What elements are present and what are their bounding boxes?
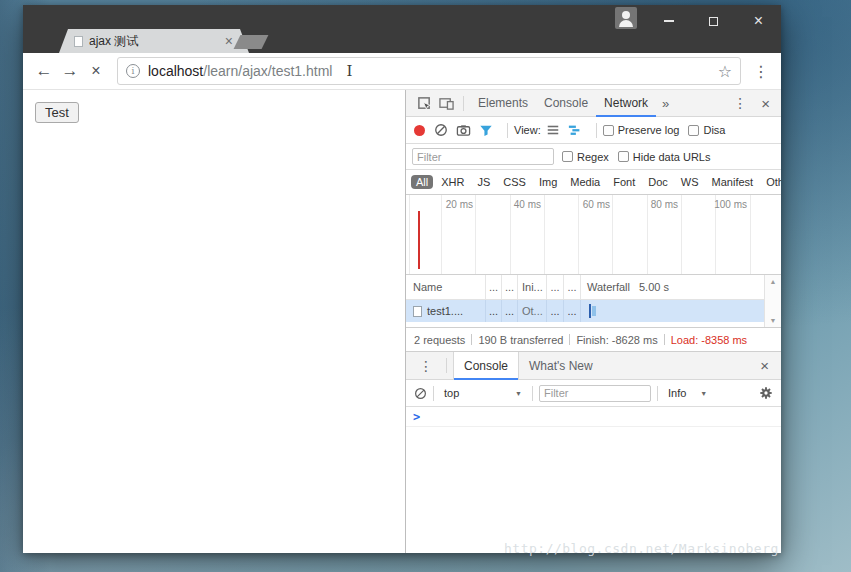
- drawer-tab-console[interactable]: Console: [453, 352, 519, 380]
- checkbox-icon: [562, 151, 573, 162]
- column-collapsed[interactable]: ...: [502, 275, 518, 299]
- column-name[interactable]: Name: [406, 275, 486, 299]
- network-filter-bar: Regex Hide data URLs: [406, 144, 781, 170]
- resource-type-filters: All XHR JS CSS Img Media Font Doc WS Man…: [406, 170, 781, 195]
- chevron-down-icon: ▼: [700, 390, 707, 397]
- tab-console[interactable]: Console: [536, 90, 596, 117]
- column-waterfall[interactable]: Waterfall 5.00 s: [581, 275, 764, 299]
- checkbox-icon: [688, 125, 699, 136]
- column-collapsed[interactable]: ...: [486, 275, 502, 299]
- requests-table-header[interactable]: Name ... ... Ini... ... ... Waterfall 5.…: [406, 275, 781, 300]
- divider: [657, 386, 658, 401]
- filter-css[interactable]: CSS: [498, 175, 531, 189]
- browser-tab[interactable]: ajax 测试 ×: [59, 29, 249, 53]
- stop-button[interactable]: ×: [83, 62, 109, 80]
- address-bar[interactable]: i localhost/learn/ajax/test1.html I ☆: [117, 57, 741, 85]
- request-name-cell[interactable]: test1....: [406, 300, 486, 322]
- overview-view-icon[interactable]: [568, 123, 582, 137]
- request-cell[interactable]: ...: [486, 300, 502, 322]
- window-controls: ×: [646, 5, 781, 37]
- drawer-menu-icon[interactable]: ⋮: [412, 358, 440, 374]
- execution-context-selector[interactable]: top ▼: [440, 387, 526, 399]
- devtools-menu-icon[interactable]: ⋮: [726, 95, 754, 111]
- request-initiator-cell[interactable]: Ot...: [518, 300, 547, 322]
- window-titlebar[interactable]: ajax 测试 × ×: [23, 5, 781, 53]
- web-page: Test: [23, 90, 405, 553]
- filter-font[interactable]: Font: [608, 175, 640, 189]
- level-value: Info: [668, 387, 686, 399]
- request-cell[interactable]: ...: [564, 300, 581, 322]
- devtools-close-icon[interactable]: ×: [754, 95, 774, 112]
- tab-elements[interactable]: Elements: [470, 90, 536, 117]
- forward-button[interactable]: →: [57, 61, 83, 81]
- column-initiator[interactable]: Ini...: [518, 275, 547, 299]
- request-waterfall-cell[interactable]: [581, 300, 764, 322]
- filter-other[interactable]: Other: [761, 175, 781, 189]
- timeline-tick: 100 ms: [714, 199, 750, 210]
- console-filter-input[interactable]: [539, 385, 651, 402]
- filter-manifest[interactable]: Manifest: [707, 175, 759, 189]
- console-settings-gear-icon[interactable]: [759, 386, 773, 400]
- bookmark-star-icon[interactable]: ☆: [718, 62, 732, 81]
- device-toolbar-icon[interactable]: [435, 96, 457, 111]
- person-icon-body: [619, 20, 633, 27]
- waterfall-scale-label: 5.00 s: [639, 281, 669, 293]
- page-favicon-icon: [74, 36, 83, 47]
- clear-icon[interactable]: [434, 123, 448, 137]
- requests-table: Name ... ... Ini... ... ... Waterfall 5.…: [406, 275, 781, 328]
- preserve-log-checkbox[interactable]: Preserve log: [603, 124, 680, 136]
- request-cell[interactable]: ...: [547, 300, 564, 322]
- regex-checkbox[interactable]: Regex: [562, 151, 609, 163]
- inspect-element-icon[interactable]: [413, 96, 435, 111]
- waterfall-bar: [589, 304, 591, 318]
- browser-menu-icon[interactable]: ⋮: [751, 62, 771, 81]
- maximize-button[interactable]: [691, 5, 736, 37]
- filter-xhr[interactable]: XHR: [436, 175, 469, 189]
- close-icon: ×: [754, 13, 763, 29]
- minimize-button[interactable]: [646, 5, 691, 37]
- filter-ws[interactable]: WS: [676, 175, 704, 189]
- filter-doc[interactable]: Doc: [643, 175, 673, 189]
- record-button[interactable]: [414, 125, 425, 136]
- checkbox-label: Preserve log: [618, 124, 680, 136]
- page-info-icon[interactable]: i: [126, 64, 140, 78]
- new-tab-button[interactable]: [234, 35, 269, 49]
- tab-network[interactable]: Network: [596, 90, 656, 117]
- divider: [433, 386, 434, 401]
- url-host: localhost: [148, 63, 203, 79]
- screenshot-camera-icon[interactable]: [456, 123, 471, 138]
- request-name: test1....: [427, 305, 463, 317]
- request-cell[interactable]: ...: [502, 300, 518, 322]
- filter-media[interactable]: Media: [565, 175, 605, 189]
- scroll-down-icon[interactable]: ▼: [770, 317, 777, 324]
- profile-avatar-button[interactable]: [615, 7, 637, 29]
- test-button[interactable]: Test: [35, 102, 79, 123]
- drawer-tab-whats-new[interactable]: What's New: [519, 352, 603, 380]
- back-button[interactable]: ←: [31, 61, 57, 81]
- console-clear-icon[interactable]: [414, 387, 427, 400]
- request-row[interactable]: test1.... ... ... Ot... ... ...: [406, 300, 781, 322]
- column-collapsed[interactable]: ...: [564, 275, 581, 299]
- table-scrollbar[interactable]: ▲ ▼: [764, 275, 781, 327]
- console-prompt-icon: >: [413, 410, 420, 424]
- console-input-line[interactable]: >: [406, 407, 781, 427]
- console-output-area[interactable]: >: [406, 407, 781, 553]
- hide-data-urls-checkbox[interactable]: Hide data URLs: [618, 151, 711, 163]
- network-filter-input[interactable]: [412, 148, 554, 165]
- log-level-selector[interactable]: Info ▼: [664, 387, 711, 399]
- disable-cache-checkbox[interactable]: Disa: [688, 124, 725, 136]
- scroll-up-icon[interactable]: ▲: [770, 278, 777, 285]
- column-collapsed[interactable]: ...: [547, 275, 564, 299]
- filter-all[interactable]: All: [411, 175, 433, 189]
- more-tabs-icon[interactable]: »: [656, 96, 675, 111]
- filter-js[interactable]: JS: [472, 175, 495, 189]
- network-overview-timeline[interactable]: 20 ms 40 ms 60 ms 80 ms 100 ms: [406, 195, 781, 275]
- document-icon: [413, 306, 422, 317]
- close-window-button[interactable]: ×: [736, 5, 781, 37]
- filter-funnel-icon[interactable]: [479, 123, 493, 137]
- drawer-close-icon[interactable]: ×: [754, 357, 775, 374]
- tab-close-icon[interactable]: ×: [225, 34, 233, 48]
- filter-img[interactable]: Img: [534, 175, 562, 189]
- list-view-icon[interactable]: [546, 123, 560, 137]
- browser-toolbar: ← → × i localhost/learn/ajax/test1.html …: [23, 53, 781, 90]
